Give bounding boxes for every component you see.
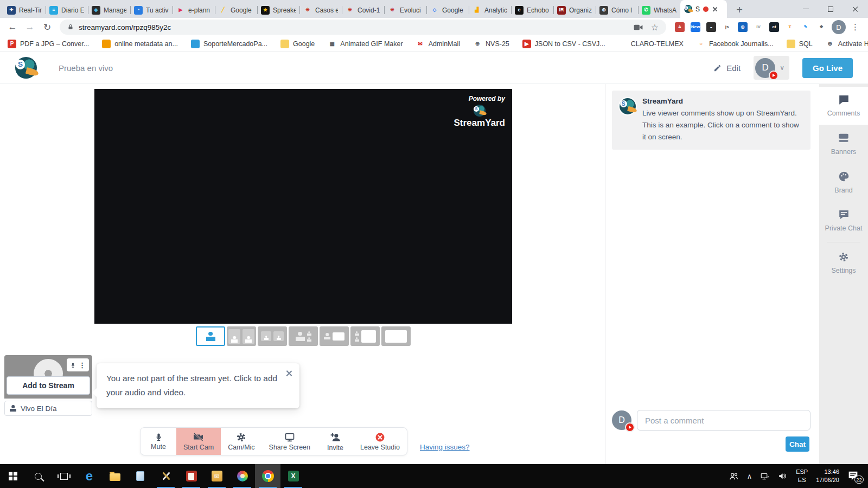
- destination-selector[interactable]: D ∨: [754, 56, 789, 80]
- layout-screen-full-button[interactable]: [381, 326, 411, 346]
- browser-tab[interactable]: ✳ Evoluci: [384, 2, 426, 18]
- edit-button[interactable]: Edit: [713, 63, 741, 73]
- people-icon[interactable]: [729, 471, 739, 481]
- bookmark-star-icon[interactable]: ☆: [651, 22, 659, 33]
- browser-tab[interactable]: ◆ Manage: [88, 2, 130, 18]
- rail-item-brand[interactable]: Brand: [819, 164, 868, 202]
- window-close-button[interactable]: [843, 0, 868, 18]
- chat-button[interactable]: Chat: [786, 436, 809, 452]
- taskbar-paint[interactable]: [229, 464, 255, 488]
- extension-icon[interactable]: ❖: [816, 22, 826, 32]
- taskbar-search-button[interactable]: [25, 464, 51, 488]
- browser-profile-avatar[interactable]: D: [832, 20, 846, 34]
- bookmark-item[interactable]: ⊕ NVS-25: [473, 40, 509, 48]
- having-issues-link[interactable]: Having issues?: [420, 443, 470, 451]
- bookmark-item[interactable]: SoporteMercadoPa...: [191, 40, 267, 48]
- extension-icon[interactable]: ◎: [738, 22, 748, 32]
- extension-icon[interactable]: ct: [769, 22, 779, 32]
- forward-button[interactable]: →: [22, 22, 38, 33]
- browser-tab[interactable]: ◇ Google: [426, 2, 469, 18]
- layout-solo-button[interactable]: [196, 326, 225, 346]
- taskbar-word-app[interactable]: [178, 464, 204, 488]
- layout-two-up-button[interactable]: [227, 326, 256, 346]
- window-minimize-button[interactable]: [793, 0, 818, 18]
- new-tab-button[interactable]: +: [731, 2, 748, 18]
- url-text[interactable]: streamyard.com/rpzq985y2c: [79, 23, 628, 31]
- layout-screen-small-button[interactable]: [320, 326, 349, 346]
- browser-menu-icon[interactable]: ⋮: [847, 22, 864, 32]
- bookmark-item[interactable]: ▶ JSON to CSV - CSVJ...: [522, 40, 605, 48]
- rail-item-comments[interactable]: Comments: [819, 87, 868, 125]
- extension-icon[interactable]: New: [691, 22, 700, 32]
- extension-icon[interactable]: ✎: [801, 22, 810, 32]
- network-icon[interactable]: [760, 471, 770, 481]
- more-options-icon[interactable]: ⋮: [79, 361, 86, 369]
- tooltip-close-icon[interactable]: [285, 370, 292, 377]
- browser-tab[interactable]: IR Organiz: [553, 2, 596, 18]
- go-live-button[interactable]: Go Live: [802, 58, 853, 78]
- browser-tab[interactable]: ⊕ Cómo l: [596, 2, 638, 18]
- extension-icon[interactable]: js: [722, 22, 732, 32]
- rail-item-settings[interactable]: Settings: [819, 245, 868, 282]
- extension-icon[interactable]: IV: [754, 22, 763, 32]
- browser-tab[interactable]: e Echobo: [511, 2, 553, 18]
- taskbar-excel[interactable]: X: [280, 464, 306, 488]
- start-cam-button[interactable]: Start Cam: [176, 428, 221, 455]
- rail-item-private-chat[interactable]: Private Chat: [819, 202, 868, 240]
- browser-tab[interactable]: ★ Spreake: [257, 2, 299, 18]
- browser-tab[interactable]: ◔ Tu activ: [130, 2, 173, 18]
- taskbar-edge[interactable]: e: [76, 464, 102, 488]
- browser-tab[interactable]: ✳ Covid-1: [342, 2, 384, 18]
- bookmark-item[interactable]: ⊕ Activate HUD: [826, 40, 868, 48]
- bookmark-item[interactable]: ○ Facebook Journalis...: [697, 40, 774, 48]
- bookmark-item[interactable]: online metadata an...: [102, 40, 178, 48]
- browser-tab[interactable]: ✈ Real-Tim: [3, 2, 46, 18]
- bookmark-item[interactable]: ✉ AdminMail: [416, 40, 460, 48]
- browser-tab-active[interactable]: S: [680, 0, 727, 18]
- participant-preview[interactable]: ⋮ Add to Stream: [4, 355, 92, 399]
- comment-item[interactable]: StreamYard Live viewer comments show up …: [612, 91, 810, 150]
- leave-studio-button[interactable]: Leave Studio: [353, 428, 407, 455]
- browser-tab[interactable]: ▶ e-plann: [173, 2, 215, 18]
- mic-icon[interactable]: [70, 362, 76, 368]
- post-comment-input[interactable]: [637, 410, 810, 431]
- layout-group-button[interactable]: [258, 326, 287, 346]
- chevron-up-icon[interactable]: ∧: [747, 472, 752, 480]
- taskbar-notepad[interactable]: [127, 464, 153, 488]
- mute-button[interactable]: Mute: [141, 428, 176, 455]
- streamyard-logo-icon[interactable]: [15, 57, 37, 79]
- language-indicator[interactable]: ESP ES: [796, 468, 808, 484]
- browser-tab[interactable]: ✆ WhatsA: [638, 2, 680, 18]
- bookmark-item[interactable]: ▦ Animated GIF Maker: [328, 40, 403, 48]
- bookmark-item[interactable]: SQL: [787, 40, 813, 48]
- extension-icon[interactable]: T: [785, 22, 795, 32]
- taskbar-tools-app[interactable]: [153, 464, 178, 488]
- layout-screen-sidebar-button[interactable]: [350, 326, 380, 346]
- extension-icon[interactable]: A: [675, 22, 685, 32]
- extension-icon[interactable]: ◒: [706, 22, 716, 32]
- taskbar-file-explorer[interactable]: [102, 464, 127, 488]
- taskbar-chrome[interactable]: [255, 464, 280, 488]
- task-view-button[interactable]: [51, 464, 76, 488]
- browser-tab[interactable]: ✳ Casos e: [299, 2, 342, 18]
- action-center-button[interactable]: 22: [847, 470, 861, 482]
- video-camera-icon[interactable]: [633, 22, 643, 33]
- start-button[interactable]: [0, 464, 25, 488]
- share-screen-button[interactable]: Share Screen: [262, 428, 317, 455]
- volume-icon[interactable]: [778, 471, 788, 481]
- browser-tab[interactable]: ╱ Google: [215, 2, 257, 18]
- window-maximize-button[interactable]: [818, 0, 843, 18]
- cam-mic-settings-button[interactable]: Cam/Mic: [221, 428, 261, 455]
- back-button[interactable]: ←: [4, 22, 21, 33]
- bookmark-item[interactable]: Google: [280, 40, 315, 48]
- clock[interactable]: 13:46 17/06/20: [816, 468, 839, 484]
- add-to-stream-button[interactable]: Add to Stream: [7, 376, 90, 395]
- taskbar-outlook[interactable]: ✉: [204, 464, 229, 488]
- browser-tab[interactable]: ▟ Analytic: [469, 2, 511, 18]
- tab-close-icon[interactable]: [712, 7, 717, 12]
- bookmark-item[interactable]: P PDF a JPG – Conver...: [8, 40, 89, 48]
- rail-item-banners[interactable]: Banners: [819, 125, 868, 163]
- address-bar[interactable]: streamyard.com/rpzq985y2c ☆: [60, 20, 666, 35]
- bookmark-item[interactable]: CLARO-TELMEX: [618, 40, 684, 48]
- invite-button[interactable]: Invite: [317, 428, 353, 455]
